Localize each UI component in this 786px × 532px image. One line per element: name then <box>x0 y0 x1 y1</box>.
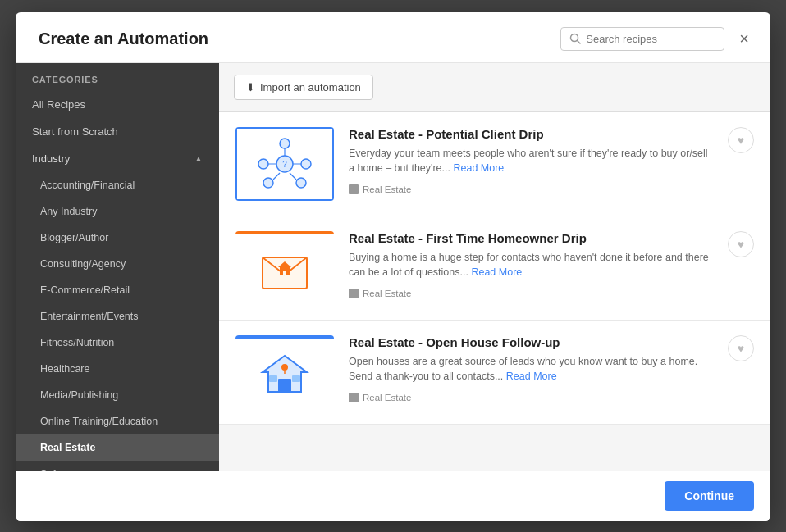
svg-rect-20 <box>269 375 277 382</box>
modal-header: Create an Automation × <box>16 12 770 63</box>
close-button[interactable]: × <box>734 28 754 50</box>
sidebar-item-real-estate[interactable]: Real Estate <box>16 434 219 461</box>
svg-line-1 <box>578 41 581 44</box>
main-content: ⬇ Import an automation ? <box>219 63 770 471</box>
sidebar-item-label: Healthcare <box>40 363 89 375</box>
svg-point-8 <box>301 159 311 169</box>
recipe-info: Real Estate - First Time Homeowner Drip … <box>349 231 713 302</box>
recipe-card: ? <box>219 112 770 216</box>
svg-point-22 <box>281 364 288 371</box>
sidebar-item-label: Start from Scratch <box>32 125 118 138</box>
svg-text:?: ? <box>282 160 287 169</box>
tag-icon <box>349 393 359 402</box>
search-input[interactable] <box>586 33 715 45</box>
sidebar-item-label: Entertainment/Events <box>40 311 139 322</box>
sidebar-item-online-training[interactable]: Online Training/Education <box>16 408 219 434</box>
sidebar-item-label: Any Industry <box>40 206 97 217</box>
modal-body: CATEGORIES All Recipes Start from Scratc… <box>16 63 770 471</box>
recipe-card: Real Estate - Open House Follow-up Open … <box>219 321 770 425</box>
sidebar-scroll[interactable]: CATEGORIES All Recipes Start from Scratc… <box>16 63 219 471</box>
tag-icon <box>349 289 359 298</box>
recipe-tag: Real Estate <box>349 289 411 298</box>
sidebar: CATEGORIES All Recipes Start from Scratc… <box>16 63 219 471</box>
recipe-thumbnail <box>235 231 334 305</box>
recipe-tag: Real Estate <box>349 393 411 402</box>
sidebar-item-all-recipes[interactable]: All Recipes <box>16 91 219 118</box>
sidebar-item-accounting[interactable]: Accounting/Financial <box>16 172 219 198</box>
recipe-description: Everyday your team meets people who aren… <box>349 146 713 177</box>
recipe-title: Real Estate - Potential Client Drip <box>349 127 713 141</box>
main-toolbar: ⬇ Import an automation <box>219 63 770 112</box>
recipe-thumbnail: ? <box>235 127 334 201</box>
thumb-envelope <box>235 231 334 305</box>
svg-point-6 <box>258 159 268 169</box>
categories-label: CATEGORIES <box>16 63 219 91</box>
thumb-house <box>235 335 334 409</box>
import-label: Import an automation <box>260 81 361 93</box>
modal: Create an Automation × CATEGORIES <box>16 12 770 521</box>
read-more-link[interactable]: Read More <box>453 162 504 174</box>
recipe-thumbnail <box>235 335 334 409</box>
sidebar-item-entertainment[interactable]: Entertainment/Events <box>16 303 219 330</box>
recipe-card: Real Estate - First Time Homeowner Drip … <box>219 216 770 321</box>
recipes-list: ? <box>219 112 770 471</box>
svg-point-10 <box>263 178 273 188</box>
sidebar-item-label: Real Estate <box>40 442 95 453</box>
recipe-description: Buying a home is a huge step for contact… <box>349 250 713 281</box>
sidebar-item-label: Consulting/Agency <box>40 258 126 270</box>
sidebar-item-label: Fitness/Nutrition <box>40 337 114 348</box>
favorite-button[interactable]: ♥ <box>728 127 754 153</box>
recipe-title: Real Estate - First Time Homeowner Drip <box>349 231 713 245</box>
read-more-link[interactable]: Read More <box>471 266 522 278</box>
sidebar-item-label: Online Training/Education <box>40 416 158 427</box>
tag-icon <box>349 184 359 194</box>
sidebar-item-start-from-scratch[interactable]: Start from Scratch <box>16 118 219 145</box>
svg-point-12 <box>296 178 306 188</box>
svg-point-4 <box>280 139 290 148</box>
svg-rect-21 <box>292 375 300 382</box>
svg-rect-17 <box>283 271 286 275</box>
import-icon: ⬇ <box>246 81 255 93</box>
sidebar-item-ecommerce[interactable]: E-Commerce/Retail <box>16 277 219 303</box>
sidebar-item-label: Accounting/Financial <box>40 180 135 191</box>
continue-button[interactable]: Continue <box>665 481 754 511</box>
sidebar-item-healthcare[interactable]: Healthcare <box>16 356 219 382</box>
sidebar-item-industry[interactable]: Industry ▲ <box>16 145 219 172</box>
sidebar-item-label: Software <box>40 468 80 471</box>
chevron-up-icon: ▲ <box>194 154 203 163</box>
sidebar-item-fitness[interactable]: Fitness/Nutrition <box>16 330 219 356</box>
svg-line-13 <box>290 173 296 180</box>
search-icon <box>569 33 581 44</box>
sidebar-item-software[interactable]: Software <box>16 461 219 471</box>
svg-line-11 <box>273 173 280 180</box>
sidebar-item-consulting[interactable]: Consulting/Agency <box>16 251 219 277</box>
search-box <box>560 27 724 51</box>
favorite-button[interactable]: ♥ <box>728 231 754 257</box>
thumb-network: ? <box>235 127 334 201</box>
sidebar-item-label: Blogger/Author <box>40 232 108 243</box>
read-more-link[interactable]: Read More <box>506 371 557 382</box>
sidebar-item-any-industry[interactable]: Any Industry <box>16 198 219 225</box>
modal-overlay: Create an Automation × CATEGORIES <box>0 0 786 532</box>
sidebar-item-blogger[interactable]: Blogger/Author <box>16 225 219 251</box>
sidebar-item-label: Media/Publishing <box>40 389 118 401</box>
recipe-tag: Real Estate <box>349 184 411 194</box>
favorite-button[interactable]: ♥ <box>728 335 754 361</box>
import-automation-button[interactable]: ⬇ Import an automation <box>234 75 373 100</box>
svg-rect-19 <box>278 379 291 392</box>
recipe-title: Real Estate - Open House Follow-up <box>349 335 713 349</box>
sidebar-item-label: E-Commerce/Retail <box>40 284 130 296</box>
sidebar-item-label: Industry <box>32 152 70 165</box>
header-right: × <box>560 27 754 51</box>
recipe-info: Real Estate - Potential Client Drip Ever… <box>349 127 713 198</box>
sidebar-item-media[interactable]: Media/Publishing <box>16 382 219 408</box>
recipe-description: Open houses are a great source of leads … <box>349 354 713 385</box>
sidebar-item-label: All Recipes <box>32 98 85 111</box>
recipe-info: Real Estate - Open House Follow-up Open … <box>349 335 713 407</box>
modal-title: Create an Automation <box>39 30 208 48</box>
modal-footer: Continue <box>16 471 770 521</box>
